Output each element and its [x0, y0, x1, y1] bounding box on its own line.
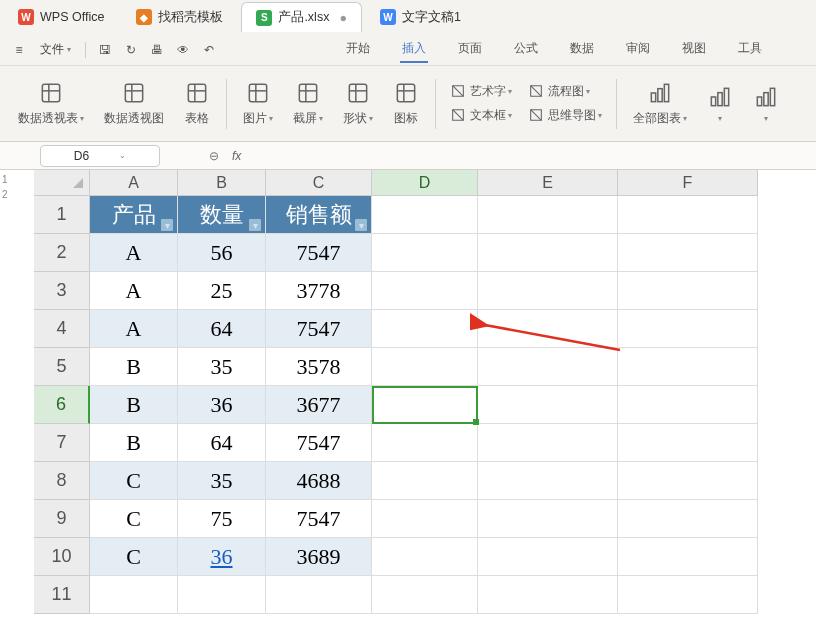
select-all-corner[interactable]: [34, 170, 90, 196]
fx-label[interactable]: fx: [232, 149, 241, 163]
ribbon-tab-插入[interactable]: 插入: [400, 36, 428, 63]
row-header-4[interactable]: 4: [34, 310, 90, 348]
cell[interactable]: [478, 310, 618, 348]
row-header-2[interactable]: 2: [34, 234, 90, 272]
cell[interactable]: [618, 310, 758, 348]
cell[interactable]: 7547: [266, 500, 372, 538]
ribbon-流程图[interactable]: 流程图▾: [528, 83, 602, 101]
cell[interactable]: [372, 538, 478, 576]
print-preview-icon[interactable]: 👁: [172, 39, 194, 61]
ribbon-数据透视图[interactable]: 数据透视图: [94, 69, 174, 139]
col-header-B[interactable]: B: [178, 170, 266, 196]
cell[interactable]: 35: [178, 462, 266, 500]
ribbon-tab-公式[interactable]: 公式: [512, 36, 540, 63]
ribbon-文本框[interactable]: 文本框▾: [450, 107, 512, 125]
cell[interactable]: [372, 500, 478, 538]
ribbon-tab-视图[interactable]: 视图: [680, 36, 708, 63]
ribbon-tab-工具[interactable]: 工具: [736, 36, 764, 63]
cell[interactable]: [266, 576, 372, 614]
cell[interactable]: [372, 272, 478, 310]
col-header-D[interactable]: D: [372, 170, 478, 196]
cell[interactable]: C: [90, 538, 178, 576]
ribbon-图片[interactable]: 图片 ▾: [233, 69, 283, 139]
cell[interactable]: [178, 576, 266, 614]
cells-area[interactable]: 产品数量销售额A567547A253778A647547B353578B3636…: [90, 196, 758, 614]
cell[interactable]: [478, 424, 618, 462]
print-icon[interactable]: 🖶: [146, 39, 168, 61]
cell[interactable]: [372, 462, 478, 500]
cell[interactable]: B: [90, 386, 178, 424]
cell[interactable]: 36: [178, 386, 266, 424]
cell[interactable]: [372, 424, 478, 462]
cell[interactable]: [478, 538, 618, 576]
ribbon-图标[interactable]: 图标: [383, 69, 429, 139]
col-header-E[interactable]: E: [478, 170, 618, 196]
cell[interactable]: [478, 348, 618, 386]
name-box[interactable]: D6 ⌄: [40, 145, 160, 167]
cell[interactable]: 35: [178, 348, 266, 386]
outline-levels[interactable]: 12: [0, 170, 10, 204]
cell[interactable]: 64: [178, 310, 266, 348]
cell[interactable]: [618, 576, 758, 614]
ribbon-tab-审阅[interactable]: 审阅: [624, 36, 652, 63]
cell[interactable]: [478, 386, 618, 424]
cell[interactable]: 7547: [266, 424, 372, 462]
cell[interactable]: [478, 234, 618, 272]
tab-spreadsheet[interactable]: S 产品.xlsx ●: [241, 2, 362, 32]
cell[interactable]: [372, 310, 478, 348]
cell[interactable]: [372, 386, 478, 424]
cell[interactable]: [618, 272, 758, 310]
cell[interactable]: [372, 196, 478, 234]
row-header-8[interactable]: 8: [34, 462, 90, 500]
ribbon-数据透视表[interactable]: 数据透视表 ▾: [8, 69, 94, 139]
row-header-3[interactable]: 3: [34, 272, 90, 310]
cell[interactable]: 3778: [266, 272, 372, 310]
cell[interactable]: 7547: [266, 234, 372, 272]
undo-icon[interactable]: ↶: [198, 39, 220, 61]
cell[interactable]: 25: [178, 272, 266, 310]
ribbon-tab-页面[interactable]: 页面: [456, 36, 484, 63]
cell[interactable]: 7547: [266, 310, 372, 348]
cell[interactable]: [618, 538, 758, 576]
save-icon[interactable]: 🖫: [94, 39, 116, 61]
header-cell[interactable]: 数量: [178, 196, 266, 234]
cell[interactable]: 36: [178, 538, 266, 576]
cell[interactable]: [618, 424, 758, 462]
tab-wps-office[interactable]: W WPS Office: [4, 2, 118, 32]
cell[interactable]: 64: [178, 424, 266, 462]
cell[interactable]: B: [90, 348, 178, 386]
cell[interactable]: [618, 348, 758, 386]
cell[interactable]: [618, 196, 758, 234]
header-cell[interactable]: 销售额: [266, 196, 372, 234]
file-menu[interactable]: 文件 ▾: [34, 41, 77, 58]
cell[interactable]: C: [90, 500, 178, 538]
ribbon-tab-开始[interactable]: 开始: [344, 36, 372, 63]
cell[interactable]: [372, 234, 478, 272]
cell[interactable]: C: [90, 462, 178, 500]
cell[interactable]: 4688: [266, 462, 372, 500]
cell[interactable]: 3578: [266, 348, 372, 386]
row-header-1[interactable]: 1: [34, 196, 90, 234]
cell[interactable]: [618, 500, 758, 538]
cell[interactable]: A: [90, 234, 178, 272]
ribbon-全部图表[interactable]: 全部图表 ▾: [623, 69, 697, 139]
cell[interactable]: B: [90, 424, 178, 462]
cancel-fx-icon[interactable]: ⊖: [204, 146, 224, 166]
ribbon-截屏[interactable]: 截屏 ▾: [283, 69, 333, 139]
cell[interactable]: [478, 462, 618, 500]
cell[interactable]: 3677: [266, 386, 372, 424]
tab-templates[interactable]: ◆ 找稻壳模板: [122, 2, 237, 32]
refresh-icon[interactable]: ↻: [120, 39, 142, 61]
ribbon-icon14[interactable]: ▾: [743, 69, 789, 139]
row-header-5[interactable]: 5: [34, 348, 90, 386]
ribbon-tab-数据[interactable]: 数据: [568, 36, 596, 63]
cell[interactable]: [90, 576, 178, 614]
cell[interactable]: [618, 234, 758, 272]
cell[interactable]: A: [90, 272, 178, 310]
ribbon-表格[interactable]: 表格: [174, 69, 220, 139]
cell[interactable]: [478, 272, 618, 310]
cell[interactable]: [618, 386, 758, 424]
cell[interactable]: [478, 576, 618, 614]
cell[interactable]: 56: [178, 234, 266, 272]
row-header-7[interactable]: 7: [34, 424, 90, 462]
